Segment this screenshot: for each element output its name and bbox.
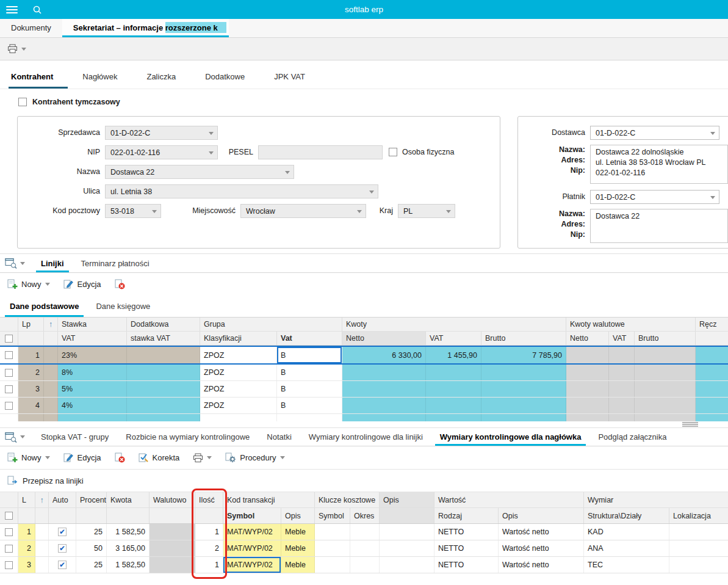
cell-struktura[interactable]: KAD [584, 524, 669, 540]
cell-symbol-klucze[interactable] [315, 524, 350, 540]
row-select-checkbox[interactable] [0, 365, 18, 380]
cell-auto-checked[interactable]: ✔ [49, 524, 76, 540]
print-button[interactable] [7, 44, 26, 54]
cell-stawka[interactable]: 5% [58, 381, 127, 397]
cell-recz[interactable] [696, 347, 728, 363]
cell-dodatkowa[interactable] [127, 347, 200, 363]
cell-rodzaj[interactable]: NETTO [434, 557, 499, 573]
print-button[interactable] [193, 453, 212, 463]
column-header-auto[interactable]: Auto [49, 492, 76, 508]
cell-symbol[interactable]: MAT/WYP/02 [223, 540, 281, 556]
column-header-rodzaj[interactable]: Rodzaj [434, 508, 499, 523]
tab-jpk-vat[interactable]: JPK VAT [259, 72, 320, 89]
cell-vat[interactable]: B [277, 365, 342, 380]
cell-brutto[interactable] [481, 381, 566, 397]
column-header-lp[interactable]: Lp [18, 318, 44, 331]
column-group-grupa[interactable]: Grupa [200, 318, 342, 331]
column-header-vat[interactable]: Vat [277, 332, 342, 345]
column-header-stawka[interactable]: Stawka [58, 318, 127, 331]
column-header-procent[interactable]: Procent [76, 492, 107, 508]
cell-symbol-klucze[interactable] [315, 557, 350, 573]
tab-wymiary-naglowka[interactable]: Wymiary kontrolingowe dla nagłówka [431, 428, 590, 446]
cell-lokalizacja[interactable] [669, 524, 728, 540]
cell-netto[interactable] [342, 398, 426, 413]
row-select-checkbox[interactable] [0, 540, 18, 556]
platnik-select[interactable]: 01-D-022-C [590, 190, 719, 204]
column-header-brutto[interactable]: Brutto [481, 332, 566, 345]
tab-notatki[interactable]: Notatki [258, 428, 300, 446]
usun-button[interactable] [115, 452, 125, 463]
cell-netto[interactable]: 6 330,00 [342, 347, 426, 363]
cell-dodatkowa[interactable] [127, 381, 200, 397]
cell-lp[interactable]: 3 [18, 381, 44, 397]
column-header-l[interactable]: L [18, 492, 35, 508]
cell-netto[interactable] [342, 381, 426, 397]
cell-recz[interactable] [696, 365, 728, 380]
cell-opis-mid[interactable] [380, 540, 434, 556]
cell-recz[interactable] [696, 398, 728, 413]
cell-vat-kwota[interactable]: 1 455,90 [426, 347, 481, 363]
cell-brutto[interactable] [481, 365, 566, 380]
cell-procent[interactable]: 25 [76, 524, 107, 540]
cell-netto-walutowe[interactable] [566, 398, 609, 413]
cell-struktura[interactable]: ANA [584, 540, 669, 556]
cell-netto-walutowe[interactable] [566, 347, 609, 363]
cell-klasyfikacja[interactable]: ZPOZ [200, 381, 277, 397]
cell-recz[interactable] [696, 381, 728, 397]
cell-symbol[interactable]: MAT/WYP/02 [223, 524, 281, 540]
column-group-klucze-kosztowe[interactable]: Klucze kosztowe [315, 492, 380, 508]
osoba-fizyczna-checkbox[interactable] [389, 148, 397, 156]
edycja-button[interactable]: Edycja [63, 452, 101, 463]
cell-struktura[interactable]: TEC [584, 557, 669, 573]
column-header-ilosc[interactable]: Ilość [195, 492, 223, 508]
cell-dodatkowa[interactable] [127, 365, 200, 380]
cell-netto-walutowe[interactable] [566, 365, 609, 380]
tab-dane-ksiegowe[interactable]: Dane księgowe [87, 296, 159, 317]
column-header-opis-wartosci[interactable]: Opis [499, 508, 584, 523]
cell-l[interactable]: 2 [18, 540, 35, 556]
usun-button[interactable] [115, 279, 125, 289]
korekta-button[interactable]: Korekta [139, 452, 180, 463]
cell-okres[interactable] [350, 557, 380, 573]
cell-brutto-walutowe[interactable] [635, 398, 696, 413]
cell-stawka[interactable]: 8% [58, 365, 127, 380]
row-select-checkbox[interactable] [0, 524, 18, 540]
nazwa-field[interactable]: Dostawca 22 [105, 165, 294, 179]
cell[interactable] [44, 398, 58, 413]
cell-rodzaj[interactable]: NETTO [434, 524, 499, 540]
cell[interactable] [35, 540, 49, 556]
cell-vat-kwota[interactable] [426, 365, 481, 380]
column-header-stawka-vat[interactable]: VAT [58, 332, 127, 345]
cell-opis-mid[interactable] [380, 524, 434, 540]
cell[interactable] [44, 365, 58, 380]
cell-ilosc[interactable]: 1 [195, 557, 223, 573]
cell-procent[interactable]: 25 [76, 557, 107, 573]
column-header-brutto-walutowe[interactable]: Brutto [635, 332, 696, 345]
layout-select-button[interactable] [0, 254, 32, 272]
cell-opis-wartosci[interactable]: Wartość netto [499, 540, 584, 556]
column-group-kwoty[interactable]: Kwoty [342, 318, 566, 331]
cell-symbol-klucze[interactable] [315, 540, 350, 556]
tab-stopka-vat[interactable]: Stopka VAT - grupy [32, 428, 117, 446]
tab-wymiary-linijki[interactable]: Wymiary kontrolingowe dla linijki [300, 428, 431, 446]
sort-ascending-icon[interactable]: ↑ [35, 492, 49, 508]
tab-naglowek[interactable]: Nagłówek [68, 72, 132, 89]
column-group-kod-transakcji[interactable]: Kod transakcji [223, 492, 315, 508]
column-header-symbol-klucze[interactable]: Symbol [315, 508, 350, 523]
tab-rozbicie-wymiary[interactable]: Rozbicie na wymiary kontrolingowe [117, 428, 258, 446]
column-header-vat-walutowe[interactable]: VAT [609, 332, 635, 345]
column-header-dodatkowa-stawka-vat[interactable]: stawka VAT [127, 332, 200, 345]
tab-podglad-zalacznika[interactable]: Podgląd załącznika [589, 428, 675, 446]
nowy-button[interactable]: Nowy [7, 279, 50, 289]
cell-ilosc[interactable]: 1 [195, 524, 223, 540]
nip-field[interactable]: 022-01-02-116 [105, 145, 218, 159]
tab-kontrahent[interactable]: Kontrahent [9, 72, 68, 89]
cell-okres[interactable] [350, 540, 380, 556]
cell-klasyfikacja[interactable]: ZPOZ [200, 398, 277, 413]
cell-vat[interactable]: B [277, 381, 342, 397]
cell-klasyfikacja[interactable]: ZPOZ [200, 347, 277, 363]
cell-symbol-focused[interactable]: MAT/WYP/02 [223, 557, 281, 573]
cell-ilosc[interactable]: 2 [195, 540, 223, 556]
tab-terminarz-platnosci[interactable]: Terminarz płatności [73, 254, 158, 272]
tab-dodatkowe[interactable]: Dodatkowe [190, 72, 259, 89]
